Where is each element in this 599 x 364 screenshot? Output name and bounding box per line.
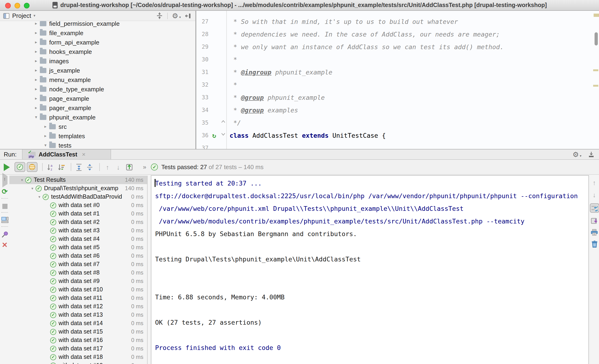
project-tree-item[interactable]: ▸ pager_example	[0, 103, 195, 112]
next-occurrence-icon[interactable]: ↓	[593, 191, 596, 199]
run-test-gutter-icon[interactable]: ↻	[212, 129, 216, 142]
test-tree-row[interactable]: ✓ with data set #11 0 ms	[9, 294, 147, 302]
project-tree-item[interactable]: ▸ page_example	[0, 94, 195, 103]
tree-toggle-icon[interactable]: ▸	[33, 105, 39, 110]
project-tree-item[interactable]: ▸ templates	[0, 131, 195, 141]
project-tree-item[interactable]: ▸ images	[0, 56, 195, 66]
previous-failed-test-button[interactable]: ↑	[103, 162, 112, 172]
fold-marker-icon[interactable]	[221, 133, 225, 136]
tree-toggle-icon[interactable]: ▸	[33, 30, 39, 35]
prev-occurrence-icon[interactable]: ↑	[593, 179, 596, 186]
close-window-button[interactable]	[5, 3, 11, 9]
test-tree-row[interactable]: ✓ with data set #7 0 ms	[9, 260, 147, 268]
test-passed-icon: ✓	[50, 278, 56, 284]
project-tree-item[interactable]: ▾ tests	[0, 141, 195, 149]
collapse-all-button[interactable]	[85, 162, 94, 172]
next-failed-test-button[interactable]: ↓	[114, 162, 123, 172]
chevrons-more-icon[interactable]: »	[143, 163, 146, 170]
tree-toggle-icon[interactable]: ▾	[33, 115, 39, 119]
test-tree-row[interactable]: ▾ ✓ Test Results 140 ms	[9, 176, 147, 184]
minimize-window-button[interactable]	[15, 3, 20, 9]
import-test-results-button[interactable]	[125, 162, 133, 172]
project-tree-item[interactable]: ▸ field_permission_example	[0, 21, 195, 28]
run-tab-addclasstest[interactable]: php ✓ AddClassTest ×	[22, 150, 111, 159]
rerun-failed-tests-button[interactable]: !	[2, 176, 7, 185]
clear-all-icon[interactable]	[591, 240, 598, 248]
test-tree-row[interactable]: ✓ with data set #15 0 ms	[9, 328, 147, 336]
test-tree-row[interactable]: ✓ with data set #2 0 ms	[9, 218, 147, 226]
test-tree-row[interactable]: ✓ with data set #5 0 ms	[9, 243, 147, 252]
scrollbar-warning-stripe[interactable]	[593, 85, 598, 87]
test-tree-row[interactable]: ▾ ✓ Drupal\Tests\phpunit_examp 140 ms	[9, 184, 147, 193]
sort-alphabetically-button[interactable]: az	[46, 162, 55, 172]
test-passed-icon: ✓	[50, 227, 56, 233]
sort-by-duration-button[interactable]	[57, 162, 66, 172]
tree-toggle-icon[interactable]: ▾	[29, 186, 35, 190]
editor-scrollbar-thumb[interactable]	[595, 32, 598, 45]
code-editor[interactable]: 26 27* So with that in mind, it's up to …	[196, 11, 599, 149]
tree-toggle-icon[interactable]: ▸	[33, 59, 39, 63]
show-ignored-toggle[interactable]	[27, 162, 37, 172]
collapse-all-icon[interactable]	[156, 12, 163, 19]
test-tree-row[interactable]: ✓ with data set #0 0 ms	[9, 201, 147, 209]
expand-all-button[interactable]	[74, 162, 83, 172]
tree-toggle-icon[interactable]: ▾	[42, 143, 49, 148]
restore-layout-button[interactable]	[1, 217, 8, 223]
project-settings-button[interactable]: ⚙▾	[172, 12, 181, 19]
test-tree-row[interactable]: ✓ with data set #3 0 ms	[9, 226, 147, 235]
project-tree-item[interactable]: ▸ hooks_example	[0, 47, 195, 56]
test-tree-row[interactable]: ✓ with data set #8 0 ms	[9, 268, 147, 277]
test-tree-row[interactable]: ▾ ✓ testAddWithBadDataProvid 0 ms	[9, 193, 147, 201]
console-output[interactable]: Testing started at 20:37 ... sftp://dock…	[151, 175, 589, 364]
zoom-window-button[interactable]	[24, 3, 29, 9]
pin-tab-button[interactable]	[1, 231, 8, 238]
test-tree-row[interactable]: ✓ with data set #9 0 ms	[9, 277, 147, 285]
test-tree-row[interactable]: ✓ with data set #12 0 ms	[9, 302, 147, 311]
test-tree-row[interactable]: ✓ with data set #1 0 ms	[9, 209, 147, 218]
tree-toggle-icon[interactable]: ▾	[36, 195, 43, 199]
test-tree-row[interactable]: ✓ with data set #10 0 ms	[9, 285, 147, 294]
tree-toggle-icon[interactable]: ▸	[33, 77, 39, 82]
project-tree-item[interactable]: ▸ src	[0, 122, 195, 131]
run-settings-button[interactable]: ⚙▾	[573, 150, 581, 159]
fold-marker-icon[interactable]	[221, 120, 225, 123]
stop-button[interactable]	[2, 204, 7, 209]
hide-panel-icon[interactable]	[588, 151, 595, 158]
tree-toggle-icon[interactable]: ▾	[19, 178, 25, 182]
project-tree-item[interactable]: ▾ phpunit_example	[0, 112, 195, 122]
scroll-to-end-button[interactable]	[591, 217, 598, 224]
close-panel-icon[interactable]: ✕	[2, 241, 8, 248]
tree-toggle-icon[interactable]: ▸	[33, 96, 39, 101]
tree-toggle-icon[interactable]: ▸	[42, 133, 49, 138]
chevron-down-icon[interactable]: ▾	[34, 14, 35, 18]
project-tree-item[interactable]: ▸ js_example	[0, 66, 195, 75]
project-tree-item[interactable]: ▸ node_type_example	[0, 84, 195, 94]
tree-toggle-icon[interactable]: ▸	[33, 21, 39, 26]
project-tree-item[interactable]: ▸ menu_example	[0, 75, 195, 84]
tree-toggle-icon[interactable]: ▸	[33, 68, 39, 73]
tree-toggle-icon[interactable]: ▸	[42, 124, 49, 129]
scrollbar-warning-stripe[interactable]	[593, 69, 598, 71]
toggle-auto-test-icon[interactable]: ⟳	[2, 188, 8, 195]
rerun-tests-icon[interactable]	[4, 163, 10, 171]
test-tree-row[interactable]: ✓ with data set #19 0 ms	[9, 361, 147, 364]
project-panel-title[interactable]: Project	[12, 12, 31, 19]
print-button[interactable]	[591, 229, 598, 236]
doc-comment: *	[226, 53, 599, 66]
test-tree-row[interactable]: ✓ with data set #17 0 ms	[9, 344, 147, 353]
hide-panel-icon[interactable]	[185, 12, 192, 19]
test-tree-row[interactable]: ✓ with data set #13 0 ms	[9, 311, 147, 319]
tree-toggle-icon[interactable]: ▸	[33, 87, 39, 91]
project-tree-item[interactable]: ▸ form_api_example	[0, 37, 195, 47]
test-tree-row[interactable]: ✓ with data set #18 0 ms	[9, 353, 147, 361]
test-tree-row[interactable]: ✓ with data set #6 0 ms	[9, 252, 147, 260]
project-tree-item[interactable]: ▸ file_example	[0, 28, 195, 37]
test-tree-row[interactable]: ✓ with data set #14 0 ms	[9, 319, 147, 328]
test-tree-row[interactable]: ✓ with data set #16 0 ms	[9, 336, 147, 344]
soft-wrap-toggle[interactable]	[590, 203, 599, 213]
tree-toggle-icon[interactable]: ▸	[33, 40, 39, 44]
close-tab-icon[interactable]: ×	[82, 151, 86, 158]
show-passed-toggle[interactable]: ✓	[15, 162, 25, 172]
tree-toggle-icon[interactable]: ▸	[33, 49, 39, 54]
test-tree-row[interactable]: ✓ with data set #4 0 ms	[9, 235, 147, 243]
